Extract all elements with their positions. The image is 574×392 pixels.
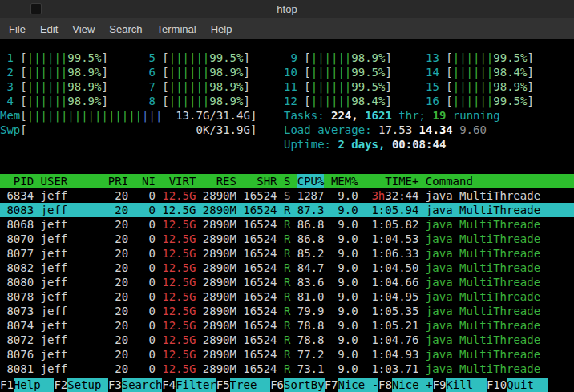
column-header-command[interactable]: Command bbox=[426, 174, 574, 188]
meter-close-bracket: ] bbox=[101, 95, 107, 107]
menu-item[interactable]: Edit bbox=[33, 21, 65, 38]
cell-time-value: 1:05.82 bbox=[371, 218, 418, 231]
function-key-button[interactable]: F8Nice + bbox=[378, 378, 432, 392]
cell-time: 1:04.66 bbox=[365, 275, 418, 289]
function-key-label: Filter bbox=[176, 378, 216, 392]
cell-pri: 20 bbox=[108, 289, 128, 304]
column-header-shr[interactable]: SHR bbox=[243, 174, 277, 188]
meter-close-bracket: ] bbox=[101, 51, 107, 64]
cell-user: jeff bbox=[41, 333, 102, 347]
function-key-button[interactable]: F9Kill bbox=[433, 378, 487, 392]
process-row[interactable]: 8080jeff20012.5G2890M16524R83.69.01:04.6… bbox=[0, 275, 574, 289]
cpu-meter-id: 11 bbox=[284, 79, 297, 94]
cell-pri: 20 bbox=[108, 333, 128, 347]
cpu-meter: 3 [||||||98.9%] bbox=[0, 79, 142, 94]
cpu-meter: 11 [||||||99.5%] bbox=[284, 79, 426, 94]
meter-open-bracket: [ bbox=[156, 51, 169, 64]
cpu-meters: 1 [||||||99.5%] 5 [||||||99.5%] 9 [|||||… bbox=[0, 51, 574, 108]
cpu-meter-bar: |||||| bbox=[311, 80, 352, 93]
function-key-label: Setup bbox=[67, 378, 108, 392]
process-row[interactable]: 8082jeff20012.5G2890M16524R84.79.01:04.5… bbox=[0, 261, 574, 275]
process-row[interactable]: 8078jeff20012.5G2890M16524R81.09.01:04.9… bbox=[0, 289, 574, 304]
column-header-cpu-sort[interactable]: CPU% bbox=[297, 174, 325, 188]
cell-command: java MultiThreade bbox=[426, 217, 574, 232]
menu-item[interactable]: File bbox=[2, 21, 33, 38]
cell-pri: 20 bbox=[108, 246, 128, 261]
cpu-meter: 8 [||||||98.9%] bbox=[142, 94, 284, 108]
meter-open-bracket: [ bbox=[439, 80, 453, 93]
column-header-res[interactable]: RES bbox=[203, 174, 236, 188]
cell-state: R bbox=[284, 217, 290, 232]
menu-item[interactable]: Terminal bbox=[150, 21, 204, 38]
column-header-mem[interactable]: MEM% bbox=[331, 174, 358, 188]
cpu-meter-id: 8 bbox=[142, 94, 156, 108]
function-key-button[interactable]: F10Quit bbox=[487, 378, 548, 392]
function-key-button[interactable]: F7Nice - bbox=[325, 378, 378, 392]
cell-pri: 20 bbox=[108, 188, 128, 203]
column-header-user[interactable]: USER bbox=[41, 174, 102, 188]
function-key-button[interactable]: F2Setup bbox=[54, 378, 107, 392]
cpu-meter: 16 [||||||99.5%] bbox=[426, 94, 574, 108]
cpu-meter-id: 2 bbox=[0, 65, 14, 79]
cell-command: java MultiThreade bbox=[426, 246, 574, 261]
cell-time: 1:06.33 bbox=[365, 246, 418, 261]
column-header-virt[interactable]: VIRT bbox=[162, 174, 196, 188]
process-row[interactable]: 8073jeff20012.5G2890M16524R79.99.01:05.3… bbox=[0, 304, 574, 318]
cell-time-value: 1:04.95 bbox=[371, 290, 418, 303]
process-row[interactable]: 8072jeff20012.5G2890M16524R78.89.01:04.7… bbox=[0, 333, 574, 347]
titlebar[interactable]: htop bbox=[0, 0, 574, 18]
menu-item[interactable]: Search bbox=[102, 21, 149, 38]
cell-mem-percent: 9.0 bbox=[331, 217, 358, 232]
function-key-button[interactable]: F1Help bbox=[0, 378, 54, 392]
load-1min: 17.53 bbox=[378, 123, 419, 136]
cell-mem-percent: 9.0 bbox=[331, 318, 358, 333]
swap-usage-value: 0K/31.9G bbox=[196, 123, 249, 136]
menu-item[interactable]: Help bbox=[204, 21, 240, 38]
function-key-button[interactable]: F3Search bbox=[108, 378, 162, 392]
process-row[interactable]: 8077jeff20012.5G2890M16524R85.29.01:06.3… bbox=[0, 246, 574, 261]
cell-pid: 8083 bbox=[0, 203, 34, 217]
column-header-pri[interactable]: PRI bbox=[108, 174, 128, 188]
cell-command: java MultiThreade bbox=[426, 333, 574, 347]
cpu-meter-bar: |||||| bbox=[311, 51, 352, 64]
column-header-pid[interactable]: PID bbox=[0, 174, 34, 188]
cell-pid: 8070 bbox=[0, 232, 34, 246]
cell-pid: 8072 bbox=[0, 333, 34, 347]
cell-time-value: 1:04.93 bbox=[371, 348, 418, 361]
process-row[interactable]: 8081jeff20012.5G2890M16524R73.19.01:03.7… bbox=[0, 362, 574, 376]
cell-cpu-percent: 83.6 bbox=[297, 275, 325, 289]
cell-res: 2890M bbox=[203, 261, 236, 275]
cell-shr: 16524 bbox=[243, 203, 277, 217]
process-row[interactable]: 8076jeff20012.5G2890M16524R77.29.01:04.9… bbox=[0, 347, 574, 362]
cpu-meter-percent: 98.9% bbox=[67, 95, 101, 107]
cell-time: 1:04.53 bbox=[365, 232, 418, 246]
cpu-meter: 9 [||||||98.9%] bbox=[284, 51, 426, 65]
function-key-button[interactable]: F6SortBy bbox=[270, 378, 324, 392]
column-header-ni[interactable]: NI bbox=[135, 174, 156, 188]
column-header-time[interactable]: TIME+ bbox=[365, 174, 418, 188]
process-table-header: PID USER PRI NI VIRT RES SHR S CPU% MEM%… bbox=[0, 174, 574, 188]
process-row[interactable]: 8070jeff20012.5G2890M16524R86.89.01:04.5… bbox=[0, 232, 574, 246]
cell-res: 2890M bbox=[203, 318, 236, 333]
process-row[interactable]: 6834jeff20012.5G2890M16524S12879.03h32:4… bbox=[0, 188, 574, 203]
uptime-value: 00:08:44 bbox=[392, 138, 446, 151]
memory-meter: Mem[|||||||||||||||||||| 13.7G/31.4G] bbox=[0, 108, 284, 123]
menu-item[interactable]: View bbox=[65, 21, 102, 38]
column-header-state[interactable]: S bbox=[284, 174, 290, 188]
cpu-meter-percent: 98.9% bbox=[493, 80, 527, 93]
process-row[interactable]: 8074jeff20012.5G2890M16524R78.89.01:05.2… bbox=[0, 318, 574, 333]
cpu-meter-bar: |||||| bbox=[169, 51, 210, 64]
cell-time: 1:05.35 bbox=[365, 304, 418, 318]
cell-ni: 0 bbox=[135, 246, 156, 261]
cell-state: R bbox=[284, 203, 290, 217]
cell-virt: 12.5G bbox=[162, 347, 196, 362]
process-row[interactable]: 8083jeff20012.5G2890M16524R87.39.01:05.9… bbox=[0, 203, 574, 217]
cpu-meter: 4 [||||||98.9%] bbox=[0, 94, 142, 108]
cell-user: jeff bbox=[41, 318, 102, 333]
function-key-button[interactable]: F4Filter bbox=[162, 378, 216, 392]
process-row[interactable]: 8068jeff20012.5G2890M16524R86.89.01:05.8… bbox=[0, 217, 574, 232]
cell-pri: 20 bbox=[108, 261, 128, 275]
function-key-button[interactable]: F5Tree bbox=[216, 378, 270, 392]
cpu-meter: 14 [||||||98.4%] bbox=[426, 65, 574, 79]
cell-time: 1:05.94 bbox=[365, 203, 418, 217]
